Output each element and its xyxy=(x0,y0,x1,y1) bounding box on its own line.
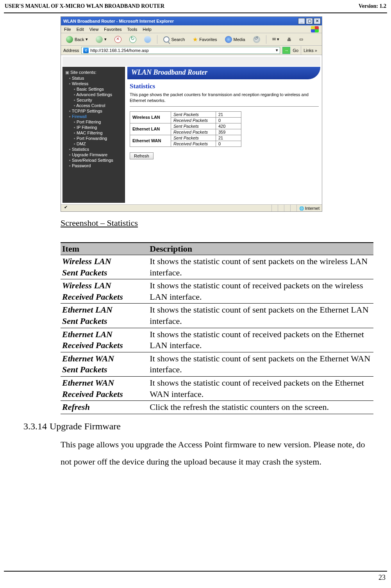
row-desc: It shows the statistic count of received… xyxy=(148,279,373,304)
favorites-label: Favorites xyxy=(199,37,217,42)
favorites-button[interactable]: ★Favorites xyxy=(190,35,220,44)
nav-upgrade-firmware[interactable]: Upgrade Firmware xyxy=(69,152,123,157)
status-done-icon: ✔ xyxy=(61,205,70,211)
menu-file[interactable]: File xyxy=(64,27,71,32)
home-button[interactable] xyxy=(141,35,154,44)
search-button[interactable]: Search xyxy=(161,35,187,44)
nav-ip-filtering[interactable]: IP Filtering xyxy=(74,125,123,130)
row-desc: It shows the statistic count of sent pac… xyxy=(148,352,373,376)
refresh-icon xyxy=(129,36,136,43)
nav-security[interactable]: Security xyxy=(74,97,123,103)
go-button[interactable]: → xyxy=(282,47,290,54)
status-cell xyxy=(278,205,284,211)
nav-port-filtering[interactable]: Port Filtering xyxy=(74,119,123,125)
cell-recv: Received Packets xyxy=(171,129,216,135)
nav-statistics[interactable]: Statistics xyxy=(69,147,123,152)
main-panel: Statistics This page shows the packet co… xyxy=(130,82,319,203)
search-label: Search xyxy=(171,37,185,42)
star-icon: ★ xyxy=(193,36,198,43)
cell-sent: Sent Packets xyxy=(171,123,216,129)
forward-icon xyxy=(96,36,103,43)
nav-firewall[interactable]: Firewall xyxy=(69,114,123,119)
nav-password[interactable]: Password xyxy=(69,163,123,168)
maximize-button[interactable]: ▢ xyxy=(306,18,313,24)
menu-help[interactable]: Help xyxy=(143,27,152,32)
links-toolbar[interactable]: Links xyxy=(301,46,320,55)
val-elan-sent: 420 xyxy=(216,123,241,129)
page-heading: Statistics xyxy=(130,82,319,90)
window-controls: _ ▢ ✕ xyxy=(298,18,321,24)
print-button[interactable]: 🖶 xyxy=(284,36,294,43)
row-desc: It shows the statistic count of received… xyxy=(148,376,373,400)
nav-root: Site contents: xyxy=(65,70,123,75)
window-titlebar: WLAN Broadband Router - Microsoft Intern… xyxy=(61,17,322,25)
nav-tcpip[interactable]: TCP/IP Settings xyxy=(69,108,123,114)
description-table: Item Description Wireless LANSent Packet… xyxy=(61,242,373,414)
row-item: Ethernet LANSent Packets xyxy=(61,304,148,328)
cell-sent: Sent Packets xyxy=(171,135,216,141)
minimize-button[interactable]: _ xyxy=(298,18,305,24)
nav-save-reload[interactable]: Save/Reload Settings xyxy=(69,157,123,163)
val-ewan-sent: 21 xyxy=(216,135,241,141)
row-item: Ethernet WANSent Packets xyxy=(61,352,148,376)
refresh-button[interactable] xyxy=(127,35,139,44)
page-banner: WLAN Broadband Router xyxy=(127,67,320,79)
menu-edit[interactable]: Edit xyxy=(77,27,84,32)
section-number: 3.3.14 xyxy=(23,421,47,432)
history-button[interactable] xyxy=(250,35,263,44)
toolbar: Back ▾ ▾ Search ★Favorites Media ✉ ▾ 🖶 ▭ xyxy=(61,33,322,46)
edit-button[interactable]: ▭ xyxy=(296,36,306,43)
refresh-button[interactable]: Refresh xyxy=(130,152,154,159)
cell-recv: Received Packets xyxy=(171,141,216,147)
close-button[interactable]: ✕ xyxy=(314,18,321,24)
media-label: Media xyxy=(234,37,245,42)
row-desc: It shows the statistic count of received… xyxy=(148,328,373,352)
stop-icon xyxy=(114,36,121,43)
address-url: http://192.168.1.254/home.asp xyxy=(90,48,148,53)
nav-port-forwarding[interactable]: Port Forwarding xyxy=(74,136,123,141)
address-dropdown-icon[interactable]: ▾ xyxy=(276,48,278,53)
nav-basic-settings[interactable]: Basic Settings xyxy=(74,86,123,92)
th-desc: Description xyxy=(148,243,373,255)
cell-sent: Sent Packets xyxy=(171,111,216,117)
statistics-table: Wireless LAN Sent Packets 21 Received Pa… xyxy=(130,111,241,147)
address-input[interactable]: e http://192.168.1.254/home.asp ▾ xyxy=(81,47,280,54)
nav-status[interactable]: Status xyxy=(69,75,123,81)
page-number: 23 xyxy=(379,574,386,582)
status-cell xyxy=(271,205,278,211)
row-item: Refresh xyxy=(61,401,148,414)
running-header-right: Version: 1.2 xyxy=(359,3,386,9)
home-icon xyxy=(144,36,151,43)
row-item: Wireless LANReceived Packets xyxy=(61,279,148,304)
page-stripe xyxy=(62,57,320,66)
toolbar-separator xyxy=(157,35,157,44)
nav-access-control[interactable]: Access Control xyxy=(74,103,123,108)
divider xyxy=(130,106,319,107)
nav-advanced-settings[interactable]: Advanced Settings xyxy=(74,92,123,97)
nav-dmz[interactable]: DMZ xyxy=(74,141,123,147)
cell-recv: Received Packets xyxy=(171,117,216,123)
row-wlan: Wireless LAN xyxy=(130,111,171,123)
go-label: Go xyxy=(293,48,298,53)
stop-button[interactable] xyxy=(112,35,124,44)
nav-wireless[interactable]: Wireless xyxy=(69,81,123,86)
mail-button[interactable]: ✉ ▾ xyxy=(270,36,282,43)
menu-view[interactable]: View xyxy=(89,27,99,32)
th-item: Item xyxy=(61,243,148,255)
sidebar-nav: Site contents: Status Wireless Basic Set… xyxy=(62,67,125,203)
val-elan-recv: 359 xyxy=(216,129,241,135)
status-cell xyxy=(290,205,296,211)
bottom-rule xyxy=(4,571,387,572)
section-title: Upgrade Firmware xyxy=(50,421,121,432)
menu-favorites[interactable]: Favorites xyxy=(104,27,121,32)
status-cell xyxy=(284,205,290,211)
menu-tools[interactable]: Tools xyxy=(127,27,137,32)
forward-button[interactable]: ▾ xyxy=(93,35,109,44)
menubar: File Edit View Favorites Tools Help xyxy=(61,25,322,33)
figure-caption: Screenshot – Statistics xyxy=(61,218,138,228)
row-elan: Ethernet LAN xyxy=(130,123,171,135)
back-button[interactable]: Back ▾ xyxy=(63,35,91,44)
nav-mac-filtering[interactable]: MAC Filtering xyxy=(74,130,123,136)
media-button[interactable]: Media xyxy=(222,35,248,44)
running-header-left: USER'S MANUAL OF X-MICRO WLAN BROADBAND … xyxy=(5,3,164,9)
